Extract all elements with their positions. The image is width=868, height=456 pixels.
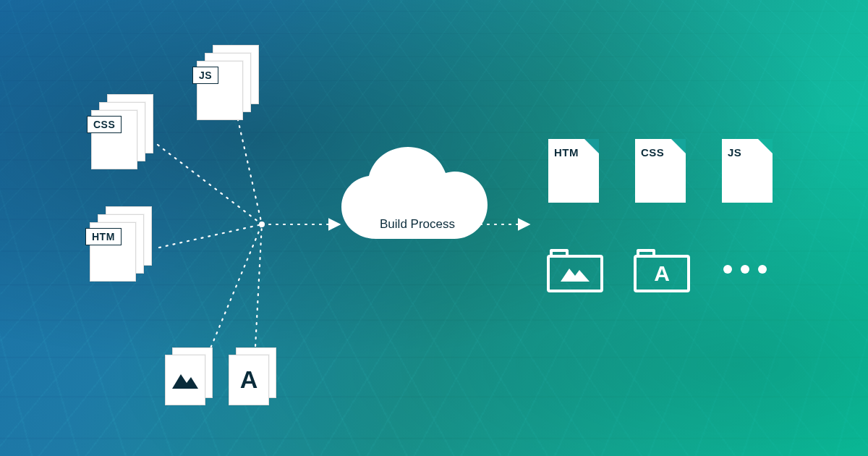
output-js-file: JS	[722, 139, 773, 203]
output-css-file: CSS	[635, 139, 686, 203]
output-font-folder: A	[634, 248, 690, 292]
svg-line-3	[205, 224, 262, 360]
svg-line-2	[159, 224, 262, 248]
output-css-label: CSS	[641, 146, 664, 159]
input-lines	[158, 98, 262, 360]
mountain-icon	[169, 363, 201, 395]
output-image-folder	[547, 248, 603, 292]
ellipsis-icon	[723, 265, 767, 274]
output-js-label: JS	[728, 146, 741, 159]
diagram-stage: Build Process CSS JS HTM A	[0, 0, 868, 456]
input-image-stack	[165, 347, 217, 410]
output-htm-label: HTM	[554, 146, 579, 159]
letter-a-icon: A	[233, 363, 265, 395]
svg-line-0	[158, 145, 262, 224]
input-font-stack: A	[229, 347, 281, 410]
letter-a-icon: A	[639, 258, 684, 290]
input-htm-stack: HTM	[90, 206, 155, 286]
output-more-dots	[723, 265, 767, 274]
cloud-label: Build Process	[356, 217, 479, 232]
htm-tag: HTM	[85, 228, 122, 245]
mountain-icon	[553, 258, 597, 290]
css-tag: CSS	[87, 116, 122, 133]
input-css-stack: CSS	[91, 94, 156, 174]
output-htm-file: HTM	[548, 139, 599, 203]
svg-marker-6	[561, 269, 590, 282]
svg-line-4	[255, 224, 262, 360]
svg-marker-5	[172, 374, 198, 389]
input-js-stack: JS	[197, 45, 262, 124]
js-tag: JS	[192, 67, 218, 84]
